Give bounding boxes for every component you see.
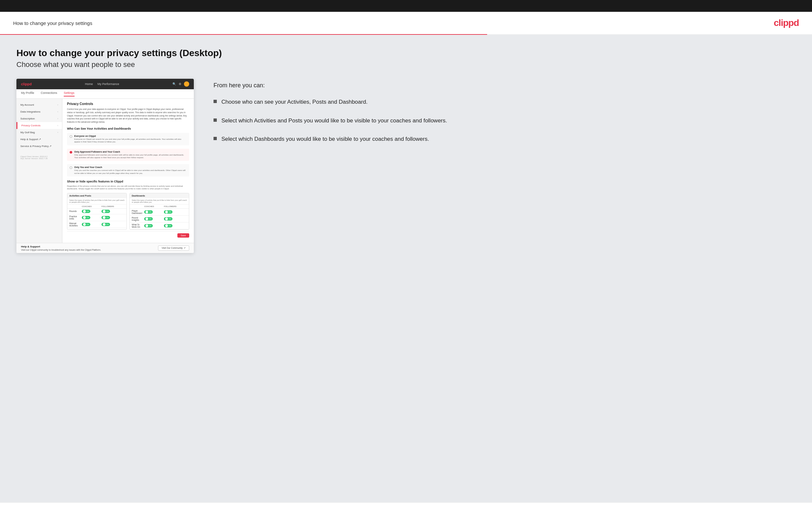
mock-sidebar-service-privacy[interactable]: Service & Privacy Policy ↗ [16, 143, 62, 150]
mock-toggle-coaches[interactable]: ON [82, 210, 101, 213]
mock-toggle-coaches[interactable]: ON [144, 224, 164, 227]
toggle-pill-on: ON [144, 217, 153, 221]
mock-who-title: Who Can See Your Activities and Dashboar… [67, 127, 189, 130]
bullet-text-3: Select which Dashboards you would like t… [221, 135, 429, 144]
mock-radio-desc: Only approved followers and coaches you … [74, 154, 184, 159]
mock-row-manual: Manual Activities ON ON [67, 221, 126, 228]
mock-radio-only-you-text: Only You and Your Coach Only you and the… [74, 166, 187, 175]
mock-nav-performance: My Performance [98, 82, 119, 86]
mock-sidebar-subscription[interactable]: Subscription › [16, 115, 62, 122]
mock-toggle-coaches[interactable]: ON [82, 216, 101, 219]
mock-toggle-followers[interactable]: ON [164, 217, 187, 221]
mock-radio-approved[interactable]: Only Approved Followers and Your Coach O… [67, 149, 189, 161]
mock-radio-everyone-text: Everyone on Clippd Everyone on Clippd ca… [74, 135, 187, 144]
mock-dashboards-table-header: Dashboards [130, 193, 189, 198]
bullet-item-3: Select which Dashboards you would like t… [213, 135, 796, 144]
col-followers: FOLLOWERS [164, 206, 187, 208]
mock-row-round-insights: Round Insights ON ON [130, 216, 189, 223]
mock-chevron-icon: › [57, 111, 58, 113]
col-type [132, 206, 144, 208]
mock-radio-circle [70, 135, 72, 138]
info-panel-title: From here you can: [213, 82, 796, 89]
mock-help-desc: Visit our Clippd community to troublesho… [21, 249, 101, 251]
app-screenshot: clippd Home My Performance 🔍 ⚙ My Profil… [16, 79, 194, 253]
mock-nav-links: Home My Performance [85, 82, 119, 86]
mock-bell-icon: ⚙ [179, 82, 181, 86]
mock-show-hide-title: Show or hide specific features in Clippd [67, 180, 189, 183]
mock-row-label: Player Dashboard [132, 210, 144, 214]
mock-activities-table-header: Activities and Posts [67, 193, 126, 198]
mock-sidebar-label: My Account [20, 103, 34, 106]
mock-radio-only-you[interactable]: Only You and Your Coach Only you and the… [67, 164, 189, 177]
mock-nav-icons: 🔍 ⚙ [172, 81, 189, 87]
mock-chevron-icon: › [57, 104, 58, 106]
mock-activities-table: Activities and Posts Select the types of… [67, 193, 127, 230]
mock-toggle-followers[interactable]: ON [164, 210, 187, 214]
top-bar [0, 0, 812, 12]
mock-help-section: Help & Support Visit our Clippd communit… [16, 243, 194, 253]
mock-sidebar-data-integrations[interactable]: Data Integrations › [16, 108, 62, 115]
mock-external-link-icon: ↗ [184, 247, 186, 249]
mock-row-label: Round Insights [132, 217, 144, 221]
mock-activities-col-headers: COACHES FOLLOWERS [67, 205, 126, 209]
toggle-pill-on: ON [82, 210, 90, 213]
mock-sidebar: My Account › Data Integrations › Subscri… [16, 99, 62, 243]
page-subheading: Choose what you want people to see [16, 60, 796, 69]
mock-toggle-tables: Activities and Posts Select the types of… [67, 193, 189, 230]
mock-row-player-dashboard: Player Dashboard ON ON [130, 209, 189, 216]
toggle-pill-on: ON [82, 223, 90, 226]
mock-sidebar-label: Privacy Controls [21, 124, 40, 127]
mock-sidebar-label: Data Integrations [20, 110, 40, 113]
mock-logo: clippd [21, 82, 32, 86]
mock-sidebar-my-account[interactable]: My Account › [16, 101, 62, 108]
mock-chevron-icon: › [57, 124, 58, 127]
mock-toggle-followers[interactable]: ON [101, 216, 124, 219]
mock-radio-approved-text: Only Approved Followers and Your Coach O… [74, 151, 187, 159]
mock-sidebar-label: My Golf Bag [20, 131, 35, 134]
mock-subnav-profile: My Profile [21, 91, 34, 97]
mock-sidebar-label: Service & Privacy Policy ↗ [20, 145, 52, 148]
mock-toggle-coaches[interactable]: ON [144, 210, 164, 214]
toggle-pill-on: ON [101, 210, 110, 213]
toggle-pill-on: ON [101, 216, 110, 219]
bullet-item-2: Select which Activities and Posts you wo… [213, 117, 796, 125]
mock-visit-btn-label: Visit Our Community [162, 247, 183, 249]
mock-search-icon: 🔍 [172, 82, 176, 86]
mock-help-content: Help & Support Visit our Clippd communit… [21, 245, 101, 251]
mock-row-label: Manual Activities [69, 222, 82, 227]
mock-toggle-followers[interactable]: ON [164, 224, 187, 227]
mock-sidebar-label: Help & Support ↗ [20, 138, 41, 141]
mock-subnav-settings: Settings [64, 91, 74, 97]
bullet-text-2: Select which Activities and Posts you wo… [221, 117, 447, 125]
mock-topnav: clippd Home My Performance 🔍 ⚙ [16, 79, 194, 89]
mock-toggle-followers[interactable]: ON [101, 223, 124, 226]
mock-radio-circle-selected [70, 151, 72, 154]
mock-help-title: Help & Support [21, 245, 101, 248]
toggle-pill-on: ON [164, 224, 172, 227]
mock-radio-desc: Everyone on Clippd can search for you an… [74, 138, 181, 143]
mock-row-practice: Practice Drills ON ON [67, 214, 126, 221]
mock-toggle-coaches[interactable]: ON [144, 217, 164, 221]
mock-toggle-coaches[interactable]: ON [82, 223, 101, 226]
footer: Copyright Clippd 2022 [0, 502, 812, 507]
mock-radio-circle [70, 166, 72, 169]
mock-toggle-followers[interactable]: ON [101, 210, 124, 213]
mock-radio-everyone[interactable]: Everyone on Clippd Everyone on Clippd ca… [67, 133, 189, 146]
mock-show-hide-desc: Regardless of the privacy controls that … [67, 185, 189, 190]
mock-save-button[interactable]: Save [177, 233, 189, 238]
mock-visit-community-button[interactable]: Visit Our Community ↗ [158, 245, 189, 251]
mock-sidebar-privacy-controls[interactable]: Privacy Controls › [16, 122, 62, 129]
mock-body: My Account › Data Integrations › Subscri… [16, 99, 194, 243]
mock-row-label: Practice Drills [69, 215, 82, 220]
mock-radio-desc: Only you and the coaches you connect wit… [74, 169, 186, 174]
mock-dashboards-col-headers: COACHES FOLLOWERS [130, 205, 189, 209]
mock-subnav: My Profile Connections Settings [16, 89, 194, 99]
col-coaches: COACHES [144, 206, 164, 208]
mock-chevron-icon: › [57, 117, 58, 120]
mock-sidebar-my-golf-bag[interactable]: My Golf Bag › [16, 129, 62, 136]
toggle-pill-on: ON [164, 217, 172, 221]
mock-dashboards-desc: Select the types of activity that you'd … [130, 198, 189, 205]
info-panel: From here you can: Choose who can see yo… [213, 79, 796, 144]
mock-sidebar-help-support[interactable]: Help & Support ↗ [16, 136, 62, 143]
bullet-text-1: Choose who can see your Activities, Post… [221, 98, 367, 106]
